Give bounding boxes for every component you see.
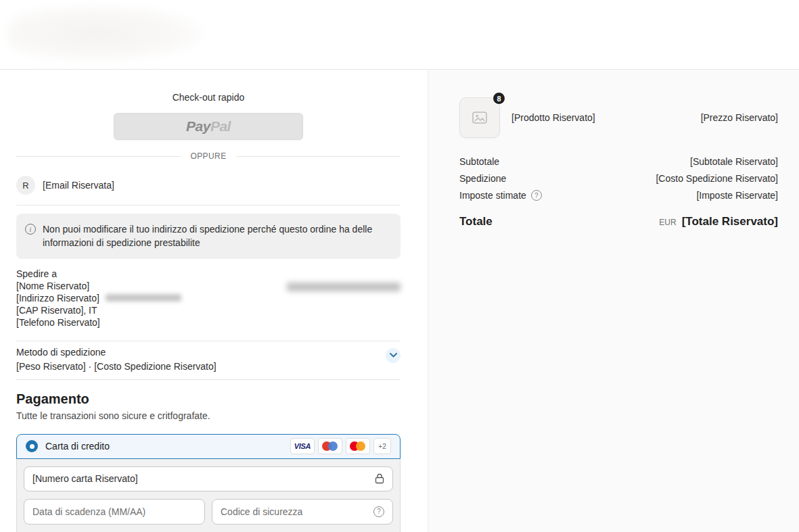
subtotal-value: [Subtotale Riservato] — [690, 156, 778, 167]
taxes-row: Imposte stimate ? [Imposte Riservate] — [459, 190, 778, 201]
total-value: [Totale Riservato] — [682, 215, 778, 228]
total-label: Totale — [459, 215, 493, 228]
shipping-method-text: Metodo di spedizione [Peso Riservato] · … — [16, 347, 216, 372]
info-icon: i — [25, 224, 36, 235]
product-thumbnail-wrap: 8 — [459, 97, 500, 138]
cvv-help-icon[interactable]: ? — [373, 506, 384, 517]
mastercard-icon — [346, 438, 370, 454]
ship-to-address-line: [Indirizzo Riservato] — [16, 292, 181, 304]
quantity-badge: 8 — [492, 91, 506, 105]
notice-text: Non puoi modificare il tuo indirizzo di … — [43, 222, 381, 250]
checkout-form-column: Check-out rapido PayPal OPPURE R [Email … — [0, 70, 428, 532]
subtotal-label: Subtotale — [459, 156, 499, 167]
card-number-field-wrap — [24, 466, 393, 491]
ship-to-name: [Nome Riservato] — [16, 280, 181, 292]
lock-icon — [375, 473, 384, 484]
taxes-help-icon[interactable]: ? — [531, 190, 542, 201]
section-divider — [16, 379, 401, 380]
shipping-method-value: [Peso Riservato] · [Costo Spedizione Ris… — [16, 361, 216, 372]
image-placeholder-icon — [472, 112, 487, 124]
shipping-method-section: Metodo di spedizione [Peso Riservato] · … — [16, 347, 401, 372]
express-checkout-title: Check-out rapido — [16, 92, 401, 103]
total-amount: EUR [Totale Riservato] — [659, 215, 778, 228]
expiry-input[interactable] — [32, 506, 196, 517]
product-price: [Prezzo Riservato] — [701, 112, 778, 123]
credit-card-option-label: Carta di credito — [45, 441, 283, 452]
shipping-locked-notice: i Non puoi modificare il tuo indirizzo d… — [16, 214, 401, 259]
paypal-button[interactable]: PayPal — [114, 113, 303, 140]
shipping-method-label: Metodo di spedizione — [16, 347, 216, 358]
total-currency: EUR — [659, 218, 676, 227]
radio-dot — [30, 444, 35, 449]
redacted-email-blur — [287, 283, 401, 291]
shipping-value: [Costo Spedizione Riservato] — [656, 173, 778, 184]
taxes-value: [Imposte Riservate] — [696, 190, 778, 201]
section-divider — [16, 341, 401, 341]
paypal-wordmark-pay: Pay — [186, 118, 210, 134]
expiry-cvv-row: ? — [24, 499, 393, 525]
ship-to-label: Spedire a — [16, 268, 181, 280]
shipping-row: Spedizione [Costo Spedizione Riservato] — [459, 173, 778, 184]
ship-to-cap: [CAP Riservato], IT — [16, 304, 181, 316]
visa-icon: VISA — [290, 438, 315, 454]
accepted-cards: VISA +2 — [290, 438, 391, 454]
cvv-field-wrap: ? — [212, 499, 393, 525]
ship-to-phone: [Telefono Riservato] — [16, 316, 181, 329]
ship-to-lines: Spedire a [Nome Riservato] [Indirizzo Ri… — [16, 268, 181, 329]
checkout-page: Check-out rapido PayPal OPPURE R [Email … — [0, 0, 799, 532]
divider-line-right — [236, 156, 401, 157]
cvv-input[interactable] — [221, 506, 368, 517]
or-divider: OPPURE — [16, 151, 401, 161]
product-name: [Prodotto Riservato] — [511, 112, 701, 123]
cart-line-item: 8 [Prodotto Riservato] [Prezzo Riservato… — [459, 97, 778, 138]
redacted-address-blur — [106, 294, 181, 301]
ship-to-address: [Indirizzo Riservato] — [16, 292, 99, 304]
shipping-method-expand-button[interactable] — [386, 348, 401, 363]
customer-email-value: [Email Riservata] — [43, 180, 114, 191]
main-content: Check-out rapido PayPal OPPURE R [Email … — [0, 70, 799, 532]
or-divider-label: OPPURE — [181, 151, 235, 161]
payment-section-subtitle: Tutte le transazioni sono sicure e critf… — [16, 410, 401, 421]
subtotal-row: Subtotale [Subtotale Riservato] — [459, 156, 778, 167]
customer-email-row: R [Email Riservata] — [16, 176, 401, 195]
grand-total-row: Totale EUR [Totale Riservato] — [459, 215, 778, 228]
credit-card-form: ? — [16, 459, 401, 532]
paypal-wordmark-pal: Pal — [210, 118, 231, 134]
more-cards-badge: +2 — [373, 438, 391, 454]
payment-section-title: Pagamento — [16, 391, 401, 407]
credit-card-radio-selected[interactable] — [26, 440, 38, 452]
ship-to-section: Spedire a [Nome Riservato] [Indirizzo Ri… — [16, 268, 401, 329]
order-summary-column: 8 [Prodotto Riservato] [Prezzo Riservato… — [428, 70, 799, 532]
expiry-field-wrap — [24, 499, 205, 525]
store-logo-blurred — [7, 5, 203, 61]
payment-methods-box: Carta di credito VISA +2 — [16, 434, 401, 532]
divider-line-left — [16, 156, 181, 157]
shipping-label: Spedizione — [459, 173, 506, 184]
payment-option-credit-card[interactable]: Carta di credito VISA +2 — [16, 434, 401, 459]
totals-section: Subtotale [Subtotale Riservato] Spedizio… — [459, 156, 778, 228]
section-divider — [16, 205, 401, 205]
card-number-input[interactable] — [32, 473, 369, 484]
maestro-icon — [318, 438, 342, 454]
taxes-label: Imposte stimate ? — [459, 190, 542, 201]
chevron-down-icon — [390, 353, 397, 358]
avatar: R — [16, 176, 35, 195]
page-header — [0, 0, 799, 70]
